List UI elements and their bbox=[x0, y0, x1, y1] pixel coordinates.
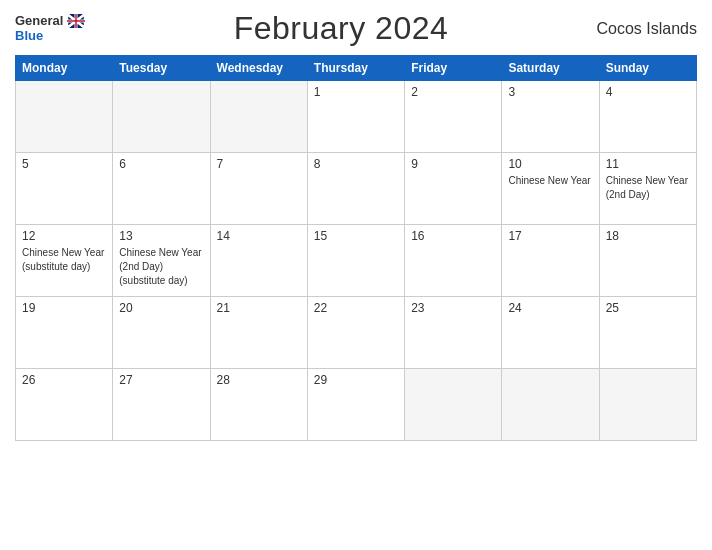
day-number: 24 bbox=[508, 301, 592, 315]
weekday-header-row: Monday Tuesday Wednesday Thursday Friday… bbox=[16, 56, 697, 81]
calendar-cell: 19 bbox=[16, 297, 113, 369]
calendar-cell: 2 bbox=[405, 81, 502, 153]
calendar-cell: 12Chinese New Year (substitute day) bbox=[16, 225, 113, 297]
day-number: 25 bbox=[606, 301, 690, 315]
day-number: 5 bbox=[22, 157, 106, 171]
day-number: 3 bbox=[508, 85, 592, 99]
day-number: 10 bbox=[508, 157, 592, 171]
day-number: 26 bbox=[22, 373, 106, 387]
calendar-cell: 24 bbox=[502, 297, 599, 369]
calendar-cell bbox=[113, 81, 210, 153]
calendar-cell: 25 bbox=[599, 297, 696, 369]
logo-blue-text: Blue bbox=[15, 29, 43, 43]
col-saturday: Saturday bbox=[502, 56, 599, 81]
day-number: 9 bbox=[411, 157, 495, 171]
calendar-body: 12345678910Chinese New Year11Chinese New… bbox=[16, 81, 697, 441]
col-thursday: Thursday bbox=[307, 56, 404, 81]
calendar-cell: 28 bbox=[210, 369, 307, 441]
calendar-cell: 9 bbox=[405, 153, 502, 225]
col-monday: Monday bbox=[16, 56, 113, 81]
region-label: Cocos Islands bbox=[596, 20, 697, 38]
calendar-cell: 3 bbox=[502, 81, 599, 153]
day-number: 7 bbox=[217, 157, 301, 171]
calendar-cell: 1 bbox=[307, 81, 404, 153]
calendar-week-row: 1234 bbox=[16, 81, 697, 153]
day-number: 11 bbox=[606, 157, 690, 171]
event-label: Chinese New Year (substitute day) bbox=[22, 247, 104, 272]
calendar-table: Monday Tuesday Wednesday Thursday Friday… bbox=[15, 55, 697, 441]
day-number: 6 bbox=[119, 157, 203, 171]
calendar-cell: 7 bbox=[210, 153, 307, 225]
calendar-cell: 6 bbox=[113, 153, 210, 225]
day-number: 21 bbox=[217, 301, 301, 315]
day-number: 18 bbox=[606, 229, 690, 243]
day-number: 23 bbox=[411, 301, 495, 315]
day-number: 19 bbox=[22, 301, 106, 315]
calendar-cell bbox=[599, 369, 696, 441]
calendar-cell: 26 bbox=[16, 369, 113, 441]
calendar-cell: 8 bbox=[307, 153, 404, 225]
calendar-cell: 18 bbox=[599, 225, 696, 297]
event-label: Chinese New Year (2nd Day) bbox=[606, 175, 688, 200]
calendar-page: General Blue Fe bbox=[0, 0, 712, 550]
day-number: 17 bbox=[508, 229, 592, 243]
calendar-cell bbox=[210, 81, 307, 153]
calendar-cell: 17 bbox=[502, 225, 599, 297]
calendar-cell: 15 bbox=[307, 225, 404, 297]
day-number: 1 bbox=[314, 85, 398, 99]
day-number: 22 bbox=[314, 301, 398, 315]
calendar-cell: 5 bbox=[16, 153, 113, 225]
logo: General Blue bbox=[15, 14, 85, 43]
day-number: 8 bbox=[314, 157, 398, 171]
calendar-cell: 4 bbox=[599, 81, 696, 153]
col-sunday: Sunday bbox=[599, 56, 696, 81]
event-label: Chinese New Year bbox=[508, 175, 590, 186]
calendar-cell: 16 bbox=[405, 225, 502, 297]
calendar-week-row: 19202122232425 bbox=[16, 297, 697, 369]
calendar-cell: 21 bbox=[210, 297, 307, 369]
day-number: 27 bbox=[119, 373, 203, 387]
day-number: 20 bbox=[119, 301, 203, 315]
calendar-cell: 14 bbox=[210, 225, 307, 297]
calendar-cell: 20 bbox=[113, 297, 210, 369]
calendar-cell: 11Chinese New Year (2nd Day) bbox=[599, 153, 696, 225]
calendar-week-row: 5678910Chinese New Year11Chinese New Yea… bbox=[16, 153, 697, 225]
col-wednesday: Wednesday bbox=[210, 56, 307, 81]
calendar-cell: 22 bbox=[307, 297, 404, 369]
calendar-cell: 10Chinese New Year bbox=[502, 153, 599, 225]
calendar-cell: 29 bbox=[307, 369, 404, 441]
day-number: 14 bbox=[217, 229, 301, 243]
logo-general-text: General bbox=[15, 14, 63, 28]
calendar-cell bbox=[16, 81, 113, 153]
day-number: 2 bbox=[411, 85, 495, 99]
day-number: 12 bbox=[22, 229, 106, 243]
day-number: 16 bbox=[411, 229, 495, 243]
logo-flag-icon bbox=[67, 14, 85, 28]
calendar-cell: 27 bbox=[113, 369, 210, 441]
col-friday: Friday bbox=[405, 56, 502, 81]
calendar-header: Monday Tuesday Wednesday Thursday Friday… bbox=[16, 56, 697, 81]
header: General Blue Fe bbox=[15, 10, 697, 47]
calendar-cell: 23 bbox=[405, 297, 502, 369]
day-number: 29 bbox=[314, 373, 398, 387]
day-number: 15 bbox=[314, 229, 398, 243]
col-tuesday: Tuesday bbox=[113, 56, 210, 81]
day-number: 4 bbox=[606, 85, 690, 99]
day-number: 28 bbox=[217, 373, 301, 387]
calendar-week-row: 12Chinese New Year (substitute day)13Chi… bbox=[16, 225, 697, 297]
calendar-cell bbox=[405, 369, 502, 441]
calendar-cell: 13Chinese New Year (2nd Day) (substitute… bbox=[113, 225, 210, 297]
calendar-week-row: 26272829 bbox=[16, 369, 697, 441]
day-number: 13 bbox=[119, 229, 203, 243]
calendar-cell bbox=[502, 369, 599, 441]
month-title: February 2024 bbox=[234, 10, 449, 47]
event-label: Chinese New Year (2nd Day) (substitute d… bbox=[119, 247, 201, 286]
